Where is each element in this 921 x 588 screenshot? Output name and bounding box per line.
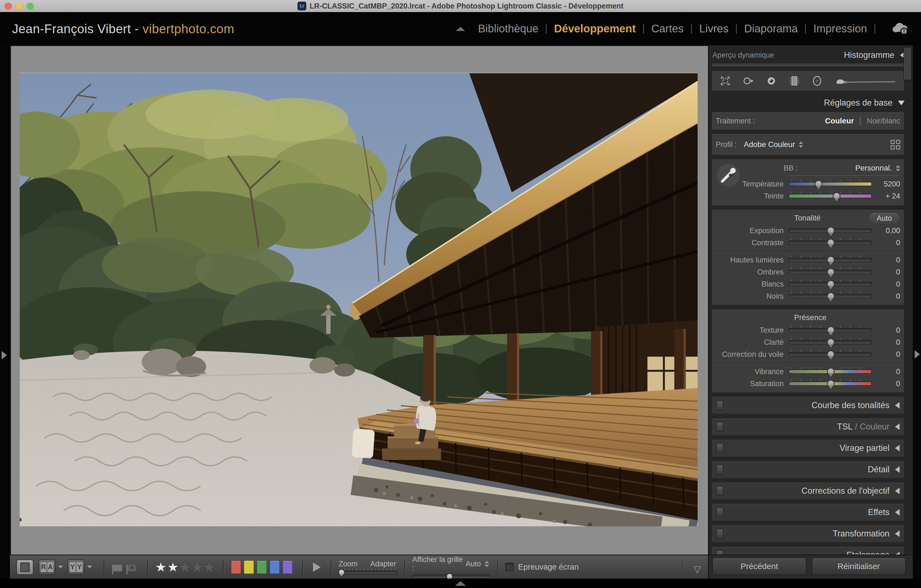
loupe-view-button[interactable] bbox=[16, 559, 33, 575]
module-livres[interactable]: Livres bbox=[699, 23, 729, 35]
previous-button[interactable]: Précédent bbox=[713, 557, 806, 575]
grid-mode-updown-icon[interactable] bbox=[485, 561, 489, 567]
module-diaporama[interactable]: Diaporama bbox=[744, 23, 798, 35]
texture-value[interactable]: 0 bbox=[872, 326, 900, 335]
star-rating-icon[interactable] bbox=[203, 560, 215, 575]
white-balance-eyedropper-icon[interactable] bbox=[716, 163, 741, 188]
saturation-slider[interactable] bbox=[789, 381, 872, 386]
color-label-blue[interactable] bbox=[269, 560, 280, 574]
zoom-window-button[interactable] bbox=[27, 2, 34, 10]
panel-hsl-color[interactable]: TSL / Couleur bbox=[711, 418, 905, 436]
panel-toggle-switch[interactable] bbox=[716, 443, 723, 453]
graduated-filter-icon[interactable] bbox=[788, 72, 801, 90]
shadows-value[interactable]: 0 bbox=[872, 268, 900, 277]
highlights-value[interactable]: 0 bbox=[872, 256, 900, 264]
panel-toggle-switch[interactable] bbox=[716, 529, 723, 539]
dehaze-slider[interactable] bbox=[789, 352, 872, 357]
clarity-slider-thumb[interactable] bbox=[827, 339, 835, 346]
survey-view-button[interactable]: YY bbox=[67, 559, 85, 575]
collapse-right-panel-arrow-icon[interactable] bbox=[915, 350, 920, 358]
exposure-slider-thumb[interactable] bbox=[827, 227, 835, 235]
soft-proofing-label[interactable]: Epreuvage écran bbox=[518, 562, 579, 572]
panel-toggle-switch[interactable] bbox=[716, 464, 723, 474]
contrast-slider[interactable] bbox=[789, 241, 872, 245]
color-label-red[interactable] bbox=[231, 560, 241, 574]
panel-toggle-switch[interactable] bbox=[716, 422, 723, 432]
basic-panel-expanded-arrow-icon[interactable] bbox=[898, 101, 905, 105]
vibrance-slider-thumb[interactable] bbox=[827, 368, 835, 375]
highlights-slider[interactable] bbox=[789, 258, 872, 262]
whites-value[interactable]: 0 bbox=[872, 280, 900, 288]
exposure-slider[interactable] bbox=[789, 228, 872, 233]
panel-calibration[interactable]: Etalonnage bbox=[711, 546, 905, 555]
panel-detail[interactable]: Détail bbox=[711, 461, 905, 479]
grid-size-slider[interactable] bbox=[412, 575, 490, 579]
module-cartes[interactable]: Cartes bbox=[651, 23, 683, 35]
photo-canvas[interactable] bbox=[20, 73, 698, 526]
histogram-panel-header[interactable]: Histogramme bbox=[844, 50, 894, 60]
pick-flag-icon[interactable] bbox=[113, 565, 122, 571]
contrast-slider-thumb[interactable] bbox=[827, 239, 835, 246]
adjustment-brush-icon[interactable] bbox=[833, 72, 897, 90]
exposure-value[interactable]: 0,00 bbox=[872, 226, 900, 235]
texture-slider-thumb[interactable] bbox=[827, 326, 835, 334]
profile-updown-icon[interactable] bbox=[799, 142, 803, 148]
before-after-dropdown-icon[interactable] bbox=[58, 565, 63, 568]
blacks-value[interactable]: 0 bbox=[872, 292, 900, 301]
grid-mode-value[interactable]: Auto bbox=[466, 560, 481, 568]
wb-updown-icon[interactable] bbox=[896, 165, 900, 171]
blacks-slider[interactable] bbox=[789, 294, 872, 298]
star-rating-icon[interactable] bbox=[192, 560, 203, 575]
whites-slider-thumb[interactable] bbox=[827, 280, 835, 288]
shadows-slider[interactable] bbox=[789, 270, 872, 274]
panel-toggle-switch[interactable] bbox=[716, 401, 723, 410]
panel-toggle-switch[interactable] bbox=[716, 550, 723, 555]
vibrance-slider[interactable] bbox=[789, 370, 872, 374]
saturation-slider-thumb[interactable] bbox=[827, 380, 835, 388]
show-left-panel-arrow-icon[interactable] bbox=[2, 351, 7, 359]
basic-panel-header[interactable]: Réglages de base bbox=[711, 96, 905, 109]
close-window-button[interactable] bbox=[5, 2, 12, 10]
clarity-value[interactable]: 0 bbox=[872, 338, 900, 347]
crop-overlay-icon[interactable] bbox=[718, 72, 732, 90]
reset-button[interactable]: Réinitialiser bbox=[812, 557, 906, 575]
saturation-value[interactable]: 0 bbox=[872, 380, 900, 388]
panel-tone-curve[interactable]: Courbe des tonalités bbox=[711, 396, 905, 414]
panel-lens-corrections[interactable]: Corrections de l'objectif bbox=[711, 482, 905, 500]
dehaze-value[interactable]: 0 bbox=[872, 350, 900, 359]
color-label-purple[interactable] bbox=[282, 560, 293, 574]
minimize-window-button[interactable] bbox=[16, 2, 23, 10]
panel-toggle-switch[interactable] bbox=[716, 507, 723, 517]
zoom-label[interactable]: Zoom bbox=[338, 560, 358, 568]
clarity-slider[interactable] bbox=[789, 340, 872, 344]
wb-value[interactable]: Personnal. bbox=[855, 164, 892, 173]
blacks-slider-thumb[interactable] bbox=[827, 292, 835, 300]
survey-dropdown-icon[interactable] bbox=[87, 565, 92, 568]
temperature-value[interactable]: 5200 bbox=[872, 180, 900, 188]
module-developpement[interactable]: Développement bbox=[554, 23, 636, 35]
tint-slider-thumb[interactable] bbox=[833, 192, 840, 200]
panel-effects[interactable]: Effets bbox=[711, 503, 905, 521]
red-eye-correction-icon[interactable] bbox=[765, 72, 778, 90]
spot-removal-icon[interactable] bbox=[742, 72, 755, 90]
star-rating-icon[interactable] bbox=[167, 560, 179, 575]
module-impression[interactable]: Impression bbox=[813, 23, 867, 35]
vibrance-value[interactable]: 0 bbox=[872, 368, 900, 376]
color-label-green[interactable] bbox=[257, 560, 267, 574]
auto-tone-button[interactable]: Auto bbox=[869, 213, 900, 224]
show-filmstrip-arrow-icon[interactable] bbox=[455, 581, 466, 586]
before-after-view-button[interactable]: RA bbox=[38, 559, 55, 575]
fit-label[interactable]: Adapter bbox=[370, 560, 396, 568]
zoom-slider-thumb[interactable] bbox=[338, 569, 345, 576]
reject-flag-icon[interactable]: ✕ bbox=[127, 565, 136, 571]
star-rating-icon[interactable] bbox=[155, 560, 166, 575]
highlights-slider-thumb[interactable] bbox=[827, 256, 835, 264]
dehaze-slider-thumb[interactable] bbox=[827, 350, 835, 358]
sync-cloud-icon[interactable] bbox=[891, 23, 909, 35]
tint-value[interactable]: + 24 bbox=[872, 192, 900, 200]
treatment-bw-option[interactable]: Noir/blanc bbox=[867, 117, 900, 125]
panel-transform[interactable]: Transformation bbox=[711, 524, 905, 543]
color-label-yellow[interactable] bbox=[244, 560, 254, 574]
toolbar-options-arrow-icon[interactable]: ▽ bbox=[694, 564, 701, 575]
collapse-top-panel-arrow-icon[interactable] bbox=[456, 27, 465, 31]
